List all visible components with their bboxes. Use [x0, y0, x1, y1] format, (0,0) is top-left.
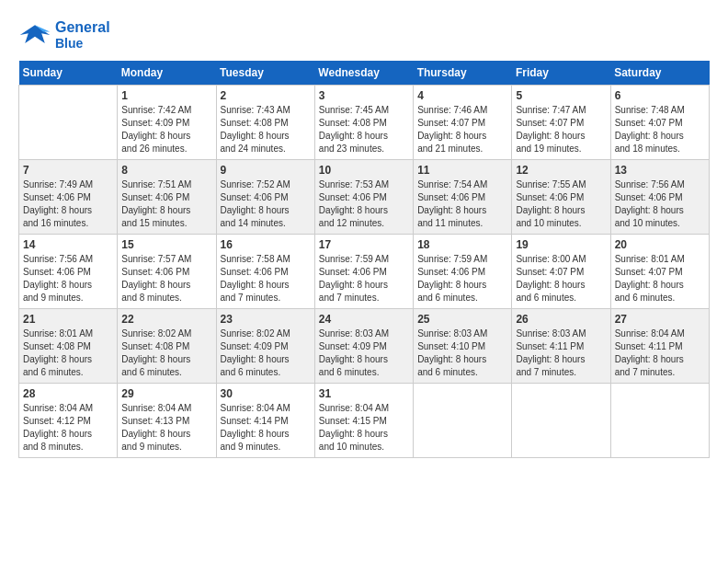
day-number: 7: [23, 164, 113, 177]
day-number: 8: [121, 164, 211, 177]
weekday-header-sunday: Sunday: [19, 61, 118, 86]
day-info: Sunrise: 7:55 AM Sunset: 4:06 PM Dayligh…: [516, 178, 606, 230]
day-number: 18: [417, 238, 507, 251]
day-number: 11: [417, 164, 507, 177]
day-number: 24: [319, 313, 409, 326]
day-info: Sunrise: 7:57 AM Sunset: 4:06 PM Dayligh…: [121, 253, 211, 304]
day-number: 4: [417, 89, 507, 102]
calendar-cell: 5Sunrise: 7:47 AM Sunset: 4:07 PM Daylig…: [512, 86, 610, 160]
svg-marker-0: [20, 25, 50, 43]
day-info: Sunrise: 8:04 AM Sunset: 4:14 PM Dayligh…: [221, 402, 311, 454]
day-number: 13: [615, 164, 705, 177]
day-number: 17: [319, 238, 409, 251]
calendar-cell: 31Sunrise: 8:04 AM Sunset: 4:15 PM Dayli…: [314, 384, 413, 458]
day-number: 20: [615, 238, 705, 251]
day-info: Sunrise: 8:03 AM Sunset: 4:10 PM Dayligh…: [417, 327, 507, 379]
calendar-cell: [19, 86, 118, 160]
calendar-body: 1Sunrise: 7:42 AM Sunset: 4:09 PM Daylig…: [19, 86, 710, 458]
day-number: 23: [221, 313, 311, 326]
day-info: Sunrise: 8:04 AM Sunset: 4:12 PM Dayligh…: [23, 402, 113, 454]
calendar-week-row: 7Sunrise: 7:49 AM Sunset: 4:06 PM Daylig…: [19, 160, 710, 235]
day-info: Sunrise: 8:03 AM Sunset: 4:09 PM Dayligh…: [319, 327, 409, 379]
day-info: Sunrise: 7:53 AM Sunset: 4:06 PM Dayligh…: [319, 178, 409, 230]
day-number: 12: [516, 164, 606, 177]
day-number: 27: [615, 313, 705, 326]
day-number: 5: [516, 89, 606, 102]
calendar-cell: 17Sunrise: 7:59 AM Sunset: 4:06 PM Dayli…: [314, 235, 413, 309]
day-number: 2: [221, 89, 311, 102]
day-info: Sunrise: 7:52 AM Sunset: 4:06 PM Dayligh…: [221, 178, 311, 230]
weekday-header-wednesday: Wednesday: [314, 61, 413, 86]
calendar-cell: 21Sunrise: 8:01 AM Sunset: 4:08 PM Dayli…: [19, 309, 118, 384]
day-number: 30: [221, 387, 311, 400]
calendar-cell: 9Sunrise: 7:52 AM Sunset: 4:06 PM Daylig…: [216, 160, 314, 235]
weekday-header-tuesday: Tuesday: [216, 61, 314, 86]
day-number: 14: [23, 238, 113, 251]
calendar-cell: 7Sunrise: 7:49 AM Sunset: 4:06 PM Daylig…: [19, 160, 118, 235]
weekday-header-saturday: Saturday: [610, 61, 709, 86]
calendar-cell: [414, 384, 512, 458]
day-info: Sunrise: 7:56 AM Sunset: 4:06 PM Dayligh…: [23, 253, 113, 304]
day-info: Sunrise: 7:49 AM Sunset: 4:06 PM Dayligh…: [23, 178, 113, 230]
day-number: 9: [221, 164, 311, 177]
calendar-cell: [512, 384, 610, 458]
day-info: Sunrise: 7:45 AM Sunset: 4:08 PM Dayligh…: [319, 104, 409, 155]
calendar-cell: 23Sunrise: 8:02 AM Sunset: 4:09 PM Dayli…: [216, 309, 314, 384]
day-info: Sunrise: 7:47 AM Sunset: 4:07 PM Dayligh…: [516, 104, 606, 155]
day-info: Sunrise: 7:43 AM Sunset: 4:08 PM Dayligh…: [221, 104, 311, 155]
page-header: General Blue: [18, 18, 710, 52]
calendar-cell: 19Sunrise: 8:00 AM Sunset: 4:07 PM Dayli…: [512, 235, 610, 309]
calendar-week-row: 1Sunrise: 7:42 AM Sunset: 4:09 PM Daylig…: [19, 86, 710, 160]
calendar-cell: 12Sunrise: 7:55 AM Sunset: 4:06 PM Dayli…: [512, 160, 610, 235]
day-info: Sunrise: 8:01 AM Sunset: 4:08 PM Dayligh…: [23, 327, 113, 379]
day-number: 10: [319, 164, 409, 177]
day-number: 28: [23, 387, 113, 400]
day-info: Sunrise: 8:02 AM Sunset: 4:09 PM Dayligh…: [221, 327, 311, 379]
weekday-header-thursday: Thursday: [414, 61, 512, 86]
day-info: Sunrise: 7:48 AM Sunset: 4:07 PM Dayligh…: [615, 104, 705, 155]
day-number: 1: [121, 89, 211, 102]
calendar-cell: 26Sunrise: 8:03 AM Sunset: 4:11 PM Dayli…: [512, 309, 610, 384]
calendar-cell: [610, 384, 709, 458]
calendar-cell: 6Sunrise: 7:48 AM Sunset: 4:07 PM Daylig…: [610, 86, 709, 160]
calendar-cell: 18Sunrise: 7:59 AM Sunset: 4:06 PM Dayli…: [414, 235, 512, 309]
day-info: Sunrise: 7:46 AM Sunset: 4:07 PM Dayligh…: [417, 104, 507, 155]
calendar-week-row: 28Sunrise: 8:04 AM Sunset: 4:12 PM Dayli…: [19, 384, 710, 458]
calendar-cell: 2Sunrise: 7:43 AM Sunset: 4:08 PM Daylig…: [216, 86, 314, 160]
day-info: Sunrise: 7:56 AM Sunset: 4:06 PM Dayligh…: [615, 178, 705, 230]
day-number: 19: [516, 238, 606, 251]
day-number: 25: [417, 313, 507, 326]
day-number: 21: [23, 313, 113, 326]
day-info: Sunrise: 7:42 AM Sunset: 4:09 PM Dayligh…: [121, 104, 211, 155]
day-info: Sunrise: 7:59 AM Sunset: 4:06 PM Dayligh…: [319, 253, 409, 304]
day-number: 22: [121, 313, 211, 326]
calendar-week-row: 14Sunrise: 7:56 AM Sunset: 4:06 PM Dayli…: [19, 235, 710, 309]
calendar-header: SundayMondayTuesdayWednesdayThursdayFrid…: [19, 61, 710, 86]
day-info: Sunrise: 7:58 AM Sunset: 4:06 PM Dayligh…: [221, 253, 311, 304]
calendar-cell: 3Sunrise: 7:45 AM Sunset: 4:08 PM Daylig…: [314, 86, 413, 160]
calendar-cell: 4Sunrise: 7:46 AM Sunset: 4:07 PM Daylig…: [414, 86, 512, 160]
day-info: Sunrise: 7:59 AM Sunset: 4:06 PM Dayligh…: [417, 253, 507, 304]
calendar-cell: 28Sunrise: 8:04 AM Sunset: 4:12 PM Dayli…: [19, 384, 118, 458]
day-info: Sunrise: 7:54 AM Sunset: 4:06 PM Dayligh…: [417, 178, 507, 230]
calendar-cell: 25Sunrise: 8:03 AM Sunset: 4:10 PM Dayli…: [414, 309, 512, 384]
day-number: 3: [319, 89, 409, 102]
day-number: 15: [121, 238, 211, 251]
calendar-cell: 8Sunrise: 7:51 AM Sunset: 4:06 PM Daylig…: [118, 160, 216, 235]
calendar-cell: 24Sunrise: 8:03 AM Sunset: 4:09 PM Dayli…: [314, 309, 413, 384]
calendar-cell: 22Sunrise: 8:02 AM Sunset: 4:08 PM Dayli…: [118, 309, 216, 384]
day-info: Sunrise: 8:04 AM Sunset: 4:13 PM Dayligh…: [121, 402, 211, 454]
weekday-header-friday: Friday: [512, 61, 610, 86]
calendar-cell: 1Sunrise: 7:42 AM Sunset: 4:09 PM Daylig…: [118, 86, 216, 160]
day-number: 16: [221, 238, 311, 251]
day-info: Sunrise: 8:02 AM Sunset: 4:08 PM Dayligh…: [121, 327, 211, 379]
logo: General Blue: [18, 18, 110, 52]
day-info: Sunrise: 8:00 AM Sunset: 4:07 PM Dayligh…: [516, 253, 606, 304]
calendar-table: SundayMondayTuesdayWednesdayThursdayFrid…: [18, 61, 710, 458]
day-number: 6: [615, 89, 705, 102]
day-info: Sunrise: 8:03 AM Sunset: 4:11 PM Dayligh…: [516, 327, 606, 379]
day-info: Sunrise: 8:01 AM Sunset: 4:07 PM Dayligh…: [615, 253, 705, 304]
calendar-week-row: 21Sunrise: 8:01 AM Sunset: 4:08 PM Dayli…: [19, 309, 710, 384]
calendar-cell: 14Sunrise: 7:56 AM Sunset: 4:06 PM Dayli…: [19, 235, 118, 309]
calendar-cell: 16Sunrise: 7:58 AM Sunset: 4:06 PM Dayli…: [216, 235, 314, 309]
